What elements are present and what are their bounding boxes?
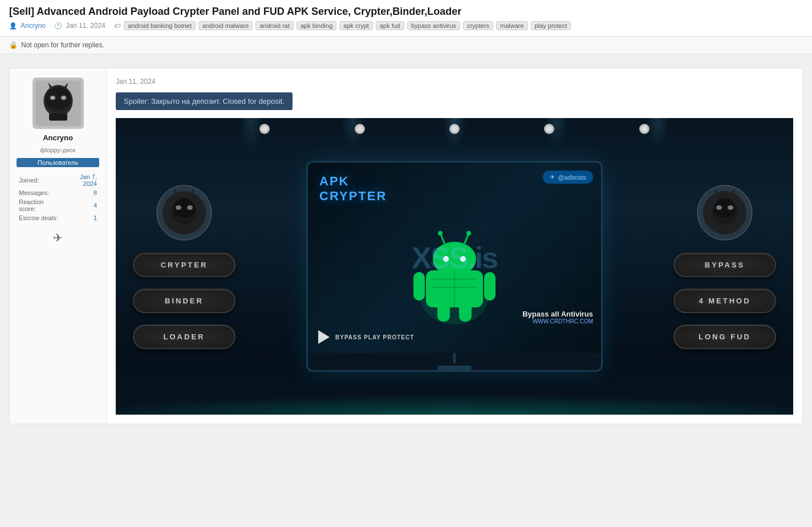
closed-notice-text: Not open for further replies. [21, 41, 104, 49]
left-panel: CRYPTER BINDER LOADER [133, 184, 236, 349]
svg-rect-19 [484, 272, 496, 301]
fud-button[interactable]: LONG FUD [673, 325, 776, 349]
page-title: [Sell] Advanced Android Payload Crypter … [9, 6, 803, 18]
svg-point-35 [716, 205, 722, 210]
play-protect-text: BYPASS PLAY PROTECT [335, 334, 414, 340]
user-stats: Joined: Jan 7, 2024 Messages: 8 Reaction… [17, 172, 99, 223]
tag-item[interactable]: crypters [463, 21, 493, 30]
spotlight-dot [355, 124, 365, 134]
tag-item[interactable]: android banking botnet [124, 21, 196, 30]
right-logo [696, 184, 753, 241]
svg-point-36 [728, 205, 733, 210]
tag-item[interactable]: apk crypt [339, 21, 373, 30]
play-badge: BYPASS PLAY PROTECT [316, 329, 414, 345]
svg-marker-30 [318, 330, 330, 344]
tg-badge: ✈ @adbosts [543, 171, 593, 184]
user-role-badge: Пользователь [17, 158, 99, 167]
tag-item[interactable]: malware [496, 21, 528, 30]
avatar [33, 78, 84, 129]
svg-rect-18 [413, 272, 425, 301]
clock-icon: 🕐 [54, 22, 62, 30]
meta-row: 👤 Ancryno · 🕐 Jan 11, 2024 · 🏷 android b… [9, 21, 803, 30]
crypter-button[interactable]: CRYPTER [133, 253, 236, 277]
tag-item[interactable]: play protect [531, 21, 571, 30]
svg-point-6 [61, 96, 66, 99]
play-icon [316, 329, 332, 345]
tv-frame: APK CRYPTER ✈ @adbosts XS [306, 161, 603, 372]
spotlight-dot [544, 124, 554, 134]
svg-point-2 [45, 87, 71, 112]
telegram-icon[interactable]: ✈ [53, 231, 63, 245]
escrow-label: Escrow deals: [18, 214, 63, 222]
crypter-label: CRYPTER [319, 189, 590, 204]
binder-button[interactable]: BINDER [133, 289, 236, 313]
tag-item[interactable]: android malware [198, 21, 253, 30]
svg-point-13 [187, 205, 193, 210]
tag-item[interactable]: apk binding [297, 21, 336, 30]
promo-inner: CRYPTER BINDER LOADER [116, 118, 793, 415]
spotlight-dots [116, 118, 793, 134]
tag-item[interactable]: android rat [255, 21, 294, 30]
right-panel: BYPASS 4 METHOD LONG FUD [673, 184, 776, 349]
tag-item[interactable]: apk fud [376, 21, 404, 30]
method-button[interactable]: 4 METHOD [673, 289, 776, 313]
lock-icon: 🔒 [9, 41, 18, 49]
spotlight-dot [449, 124, 460, 134]
reaction-value: 4 [64, 198, 98, 213]
user-icon: 👤 [9, 22, 17, 30]
bypass-sub-text: WWW.CRDTHRC.COM [522, 318, 593, 325]
messages-label: Messages: [18, 189, 63, 197]
telegram-plane-icon: ✈ [550, 173, 555, 181]
tg-handle: @adbosts [558, 174, 586, 181]
center-panel: APK CRYPTER ✈ @adbosts XS [236, 161, 673, 372]
tag-icon: 🏷 [114, 22, 120, 29]
tags-row: android banking botnetandroid malwareand… [124, 21, 571, 30]
apk-label: APK [319, 174, 349, 188]
page-header: [Sell] Advanced Android Payload Crypter … [0, 0, 812, 37]
user-sidebar: Ancryno фloppy-диск Пользователь Joined:… [10, 68, 107, 424]
tag-item[interactable]: bypass antivirus [407, 21, 460, 30]
joined-label: Joined: [18, 173, 63, 188]
tv-screen: APK CRYPTER ✈ @adbosts XS [308, 163, 601, 353]
messages-value: 8 [64, 189, 98, 197]
promo-image: CRYPTER BINDER LOADER [116, 118, 793, 415]
post-body: Jan 11, 2024 Spoiler: Закрыто на депозит… [107, 68, 802, 424]
svg-point-12 [176, 205, 181, 210]
user-subtitle: фloppy-диск [40, 147, 76, 153]
escrow-value: 1 [64, 214, 98, 222]
post-date-meta: Jan 11, 2024 [66, 22, 105, 30]
spotlight-dot [259, 124, 270, 134]
svg-rect-7 [49, 113, 67, 121]
bypass-main-text: Bypass all Antivirus [522, 310, 593, 318]
joined-value: Jan 7, 2024 [64, 173, 98, 188]
spoiler-block: Spoiler: Закрыто на депозит. Closed for … [116, 92, 293, 110]
svg-point-26 [466, 231, 471, 236]
reaction-label: Reaction score: [18, 198, 63, 213]
post-date: Jan 11, 2024 [116, 78, 793, 86]
tv-stand [308, 353, 601, 370]
main-content: Ancryno фloppy-диск Пользователь Joined:… [0, 54, 812, 433]
loader-button[interactable]: LOADER [133, 325, 236, 349]
svg-point-25 [438, 231, 442, 236]
closed-notice: 🔒 Not open for further replies. [0, 37, 812, 54]
left-logo [156, 184, 213, 241]
author-link[interactable]: Ancryno [21, 22, 46, 30]
username[interactable]: Ancryno [43, 133, 73, 142]
bypass-text: Bypass all Antivirus WWW.CRDTHRC.COM [522, 310, 593, 325]
spotlight-dot [639, 124, 649, 134]
bypass-button[interactable]: BYPASS [673, 253, 776, 277]
post-container: Ancryno фloppy-диск Пользователь Joined:… [9, 68, 803, 424]
svg-point-5 [50, 96, 55, 99]
xss-watermark: XSS.is [412, 241, 497, 275]
